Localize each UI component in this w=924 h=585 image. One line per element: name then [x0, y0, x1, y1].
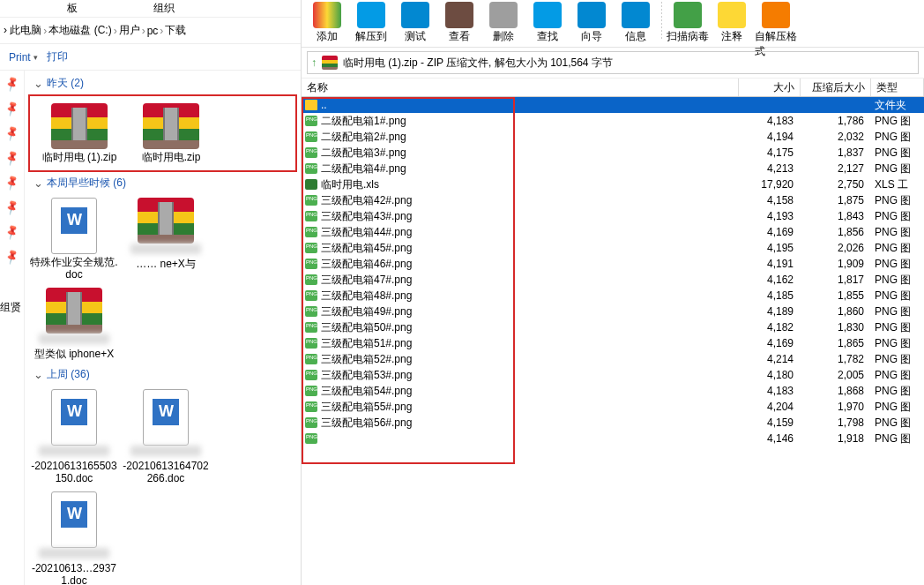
list-row[interactable]: 三级配电箱47#.png4,1621,817PNG 图 — [302, 272, 924, 288]
col-type[interactable]: 类型 — [871, 79, 924, 96]
col-size[interactable]: 大小 — [739, 79, 801, 96]
file-size: 4,169 — [739, 226, 801, 238]
file-size: 4,175 — [739, 146, 801, 159]
breadcrumb-item[interactable]: 下载 — [165, 23, 186, 38]
zip-archive-icon — [46, 288, 102, 334]
list-row[interactable]: 三级配电箱54#.png4,1831,868PNG 图 — [302, 383, 924, 399]
list-row[interactable]: 三级配电箱44#.png4,1691,856PNG 图 — [302, 224, 924, 240]
file-type: PNG 图 — [871, 368, 924, 383]
column-headers[interactable]: 名称 大小 压缩后大小 类型 — [302, 78, 924, 97]
breadcrumb[interactable]: › 此电脑›本地磁盘 (C:)›用户›pc›下载 — [0, 18, 301, 44]
png-file-icon — [305, 401, 317, 412]
file-type: PNG 图 — [871, 114, 924, 129]
file-type: PNG 图 — [871, 209, 924, 224]
file-tile[interactable]: 临时用电.zip — [125, 100, 217, 167]
comment-button[interactable]: 注释 — [710, 0, 754, 46]
png-file-icon — [305, 116, 317, 126]
png-file-icon — [305, 274, 317, 285]
file-csize: 2,127 — [801, 162, 871, 175]
list-row[interactable]: 二级配电箱1#.png4,1831,786PNG 图 — [302, 113, 924, 129]
delete-button[interactable]: 删除 — [481, 0, 525, 46]
file-size: 4,169 — [739, 337, 801, 349]
list-row[interactable]: 三级配电箱48#.png4,1851,855PNG 图 — [302, 288, 924, 304]
info-icon — [622, 2, 650, 28]
file-tile[interactable]: -20210613165503150.doc — [28, 386, 120, 488]
group-earlier-week[interactable]: 本周早些时候 (6) — [28, 172, 297, 194]
find-icon — [533, 2, 562, 28]
list-row[interactable]: 三级配电箱53#.png4,1802,005PNG 图 — [302, 367, 924, 383]
archive-path-bar[interactable]: ↑ 临时用电 (1).zip - ZIP 压缩文件, 解包大小为 101,564… — [307, 51, 919, 74]
list-row[interactable]: 二级配电箱4#.png4,2132,127PNG 图 — [302, 161, 924, 176]
file-size: 4,191 — [739, 258, 801, 270]
file-list[interactable]: ..文件夹二级配电箱1#.png4,1831,786PNG 图二级配电箱2#.p… — [302, 97, 924, 585]
list-row[interactable]: 三级配电箱42#.png4,1581,875PNG 图 — [302, 192, 924, 208]
file-size: 4,146 — [739, 432, 801, 445]
pin-icon: 📌 — [4, 248, 21, 266]
file-tile[interactable]: …… ne+X与 — [120, 194, 212, 284]
list-row[interactable]: 三级配电箱49#.png4,1891,860PNG 图 — [302, 304, 924, 319]
top-label-organize[interactable]: 组织 — [118, 1, 210, 16]
file-name: 三级配电箱42#.png — [321, 193, 412, 208]
zip-archive-icon — [143, 103, 199, 149]
wizard-button[interactable]: 向导 — [570, 0, 614, 46]
print-button[interactable]: Print — [9, 51, 38, 64]
file-csize: 2,005 — [801, 369, 871, 381]
breadcrumb-item[interactable]: 本地磁盘 (C:) — [48, 23, 111, 38]
col-name[interactable]: 名称 — [302, 79, 739, 96]
list-row[interactable]: ..文件夹 — [302, 97, 924, 113]
list-row[interactable]: 三级配电箱45#.png4,1952,026PNG 图 — [302, 240, 924, 256]
list-row[interactable]: 临时用电.xls17,9202,750XLS 工 — [302, 176, 924, 192]
file-label: …… ne+X与 — [136, 258, 196, 270]
group-last-week[interactable]: 上周 (36) — [28, 364, 297, 386]
find-button[interactable]: 查找 — [525, 0, 570, 46]
file-size: 4,194 — [739, 131, 801, 143]
list-row[interactable]: 三级配电箱43#.png4,1931,843PNG 图 — [302, 208, 924, 224]
file-type: PNG 图 — [871, 304, 924, 319]
list-row[interactable]: 二级配电箱2#.png4,1942,032PNG 图 — [302, 129, 924, 145]
file-tile[interactable]: 特殊作业安全规范.doc — [28, 194, 120, 284]
list-row[interactable]: 三级配电箱50#.png4,1821,830PNG 图 — [302, 319, 924, 335]
breadcrumb-separator: › — [142, 25, 145, 37]
info-button[interactable]: 信息 — [614, 0, 658, 46]
file-name: 三级配电箱50#.png — [321, 320, 412, 335]
breadcrumb-item[interactable]: 用户 — [119, 23, 140, 38]
up-arrow-icon[interactable]: ↑ — [311, 56, 317, 69]
png-file-icon — [305, 259, 317, 269]
list-row[interactable]: 4,1461,918PNG 图 — [302, 431, 924, 446]
file-tile[interactable]: -20210613…29371.doc — [28, 488, 120, 585]
test-button[interactable]: 测试 — [393, 0, 437, 46]
col-csize[interactable]: 压缩后大小 — [801, 79, 871, 96]
scan-button[interactable]: 扫描病毒 — [666, 0, 710, 46]
print-cn-button[interactable]: 打印 — [47, 49, 68, 64]
breadcrumb-item[interactable]: pc — [147, 25, 159, 37]
file-type: PNG 图 — [871, 352, 924, 367]
file-name: 三级配电箱49#.png — [321, 304, 412, 319]
list-row[interactable]: 三级配电箱52#.png4,2141,782PNG 图 — [302, 351, 924, 367]
doc-file-icon — [51, 198, 97, 254]
png-file-icon — [305, 211, 317, 221]
breadcrumb-item[interactable]: › 此电脑 — [4, 23, 41, 38]
extract-button[interactable]: 解压到 — [349, 0, 393, 46]
file-name: 三级配电箱45#.png — [321, 241, 412, 256]
view-button[interactable]: 查看 — [437, 0, 481, 46]
list-row[interactable]: 二级配电箱3#.png4,1751,837PNG 图 — [302, 145, 924, 161]
file-name: 二级配电箱4#.png — [321, 161, 406, 176]
file-name: 二级配电箱1#.png — [321, 114, 406, 129]
list-row[interactable]: 三级配电箱51#.png4,1691,865PNG 图 — [302, 335, 924, 351]
file-label: -20210613165503150.doc — [30, 460, 118, 484]
file-tile[interactable]: 型类似 iphone+X — [28, 284, 120, 364]
file-csize: 1,970 — [801, 401, 871, 413]
file-tile[interactable]: -20210613164702266.doc — [120, 386, 212, 488]
add-icon — [313, 2, 341, 28]
group-yesterday[interactable]: 昨天 (2) — [28, 72, 297, 94]
file-csize: 1,798 — [801, 416, 871, 429]
list-row[interactable]: 三级配电箱56#.png4,1591,798PNG 图 — [302, 415, 924, 431]
file-size: 4,183 — [739, 115, 801, 127]
list-row[interactable]: 三级配电箱55#.png4,2041,970PNG 图 — [302, 399, 924, 415]
file-tile[interactable]: 临时用电 (1).zip — [34, 100, 125, 167]
toolbar-label: 向导 — [581, 29, 602, 44]
pin-icon: 📌 — [4, 100, 21, 117]
list-row[interactable]: 三级配电箱46#.png4,1911,909PNG 图 — [302, 256, 924, 272]
file-type: PNG 图 — [871, 225, 924, 240]
add-button[interactable]: 添加 — [305, 0, 349, 46]
